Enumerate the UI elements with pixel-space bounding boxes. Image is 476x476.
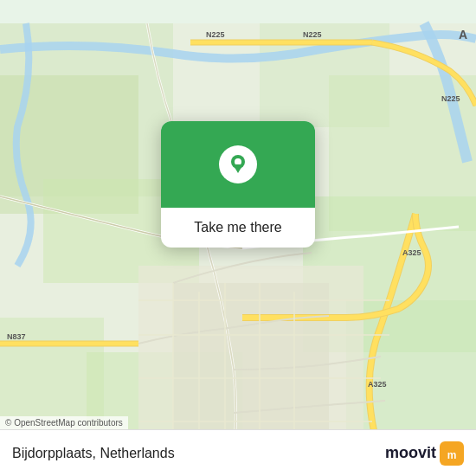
- svg-text:A325: A325: [368, 380, 387, 389]
- svg-text:N225: N225: [206, 30, 225, 39]
- svg-text:m: m: [447, 449, 457, 461]
- svg-text:A: A: [459, 28, 467, 42]
- take-me-there-button[interactable]: Take me there: [161, 208, 315, 248]
- take-me-there-card[interactable]: Take me there: [161, 121, 315, 248]
- location-name: Bijdorpplaats, Netherlands: [12, 446, 175, 461]
- location-pin-icon: [219, 145, 257, 183]
- map-container: N225 N225 N225 N837 A325 A325 A Take me …: [0, 0, 476, 476]
- svg-rect-11: [173, 283, 329, 439]
- svg-text:N837: N837: [7, 332, 26, 341]
- svg-text:N225: N225: [303, 30, 322, 39]
- svg-text:N225: N225: [441, 94, 460, 103]
- svg-text:A325: A325: [402, 248, 421, 257]
- moovit-icon: m: [440, 441, 464, 466]
- moovit-logo: moovit m: [385, 441, 464, 466]
- map-attribution: © OpenStreetMap contributors: [0, 416, 128, 429]
- moovit-logo-text: moovit: [385, 444, 436, 462]
- info-bar: Bijdorpplaats, Netherlands moovit m: [0, 429, 476, 476]
- attribution-text: © OpenStreetMap contributors: [5, 418, 123, 428]
- svg-marker-34: [233, 164, 243, 173]
- card-green-top: [161, 121, 315, 208]
- svg-point-33: [235, 158, 241, 165]
